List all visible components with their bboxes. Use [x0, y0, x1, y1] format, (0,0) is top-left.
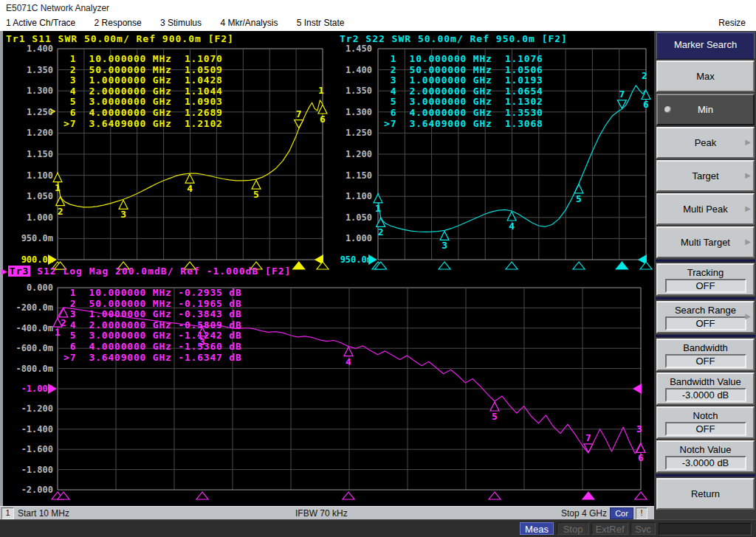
softkey-tracking[interactable]: TrackingOFF	[656, 263, 755, 296]
softkey-bandwidth-value[interactable]: Bandwidth Value-3.0000 dB	[656, 373, 755, 405]
softkey-label: Multi Target	[681, 237, 730, 248]
marker-triangle-icon	[507, 212, 516, 221]
tr1-ytick-5: 1.150	[27, 149, 53, 159]
tr1-stimulus-marker-7[interactable]	[293, 262, 305, 269]
tr3-ref-arrow-right-icon	[633, 384, 642, 394]
tr2-marker-2[interactable]: 2	[377, 218, 385, 238]
softkey-label: Notch	[693, 410, 718, 421]
softkey-peak[interactable]: Peak▶	[656, 127, 755, 159]
tr2-stimulus-marker-6[interactable]	[640, 262, 652, 269]
tr1-edge-glyph: >	[50, 106, 55, 117]
tr3-stimulus-marker-4[interactable]	[343, 492, 354, 499]
tr2-marker-7[interactable]: 7	[617, 89, 626, 108]
tr1-marker-row-4: 4 2.0000000 GHz 1.1044	[63, 86, 223, 97]
tr2-marker-row-6: 6 4.0000000 GHz 1.3530	[384, 107, 543, 118]
tr3-stimulus-marker-3[interactable]	[196, 492, 208, 499]
tr3-stimulus-marker-5[interactable]	[489, 492, 501, 499]
tr1-marker-5[interactable]: 5	[252, 180, 261, 200]
tr3-marker-6[interactable]: 6	[636, 443, 645, 463]
softkey-min[interactable]: Min	[656, 94, 755, 125]
marker-number: 4	[346, 356, 351, 367]
tr2-marker-5[interactable]: 5	[574, 184, 583, 204]
marker-number: 3	[441, 240, 447, 251]
marker-number: 4	[187, 183, 193, 194]
tr1-plot[interactable]: 1.4001.3501.3001.2501.2001.1501.1001.050…	[21, 44, 329, 269]
softkey-menu-title: Marker Search	[656, 32, 755, 59]
tr1-marker-6[interactable]: 6	[318, 105, 327, 125]
softkey-value: OFF	[665, 354, 746, 368]
menu-stimulus[interactable]: 3 Stimulus	[152, 16, 210, 28]
tr1-ytick-1: 1.350	[27, 65, 53, 75]
tr2-plot[interactable]: 1.4501.4001.3501.3001.2501.2001.1501.100…	[340, 44, 652, 269]
tr1-marker-3[interactable]: 3	[119, 200, 128, 220]
tr1-marker-row-3: 3 1.0000000 GHz 1.0428	[63, 75, 223, 86]
tr2-ytick-1: 1.400	[346, 65, 372, 75]
marker-number: 5	[492, 411, 498, 422]
menu-response[interactable]: 2 Response	[86, 16, 150, 28]
tr1-marker-row-5: 5 3.0000000 GHz 1.0903	[63, 96, 223, 107]
marker-triangle-icon	[318, 105, 327, 114]
tr1-marker-7[interactable]: 7	[295, 108, 303, 128]
tr3-active-chip: Tr3	[8, 266, 30, 277]
softkey-label: Tracking	[687, 267, 724, 278]
softkey-value: OFF	[665, 279, 746, 293]
softkey-bandwidth[interactable]: BandwidthOFF	[656, 339, 755, 371]
tr2-marker-row-2: 2 50.000000 MHz 1.0506	[384, 64, 543, 75]
tr3-stimulus-marker-6[interactable]	[635, 492, 647, 499]
active-marker-triangle-icon	[617, 100, 626, 108]
submenu-arrow-icon: ▶	[745, 204, 751, 212]
tr1-ytick-9: 950.0m	[21, 233, 53, 243]
softkey-value: -3.0000 dB	[665, 388, 746, 402]
softkey-group-separator	[656, 335, 755, 337]
menu-mkr-analysis[interactable]: 4 Mkr/Analysis	[212, 16, 286, 28]
softkey-label: Bandwidth Value	[670, 376, 741, 387]
tr1-edge-label: 1	[318, 85, 324, 96]
tr1-marker-row-1: 1 10.000000 MHz 1.1070	[63, 53, 223, 64]
tr1-marker-4[interactable]: 4	[185, 174, 194, 194]
tr2-ytick-2: 1.350	[346, 86, 372, 96]
resize-button[interactable]: Resize	[718, 18, 746, 28]
tr3-marker-row-2: 2 50.000000 MHz -0.1965 dB	[63, 298, 242, 309]
tr3-marker-4[interactable]: 4	[344, 347, 353, 367]
softkey-multi-target[interactable]: Multi Target▶	[656, 226, 755, 258]
tr1-marker-row-2: 2 50.000000 MHz 1.0509	[63, 64, 223, 75]
tr3-ytick-3: -600.0m	[16, 343, 53, 353]
marker-number: 7	[296, 108, 302, 119]
softkey-notch[interactable]: NotchOFF	[656, 406, 755, 439]
tr1-marker-2[interactable]: 2	[56, 197, 65, 217]
tr2-marker-3[interactable]: 3	[440, 231, 449, 251]
tr2-marker-1[interactable]: 1	[374, 194, 382, 214]
tr3-ytick-7: -1.400	[21, 424, 53, 434]
tr3-plot[interactable]: 0.000-200.0m-400.0m-600.0m-800.0m-1.000-…	[16, 283, 647, 499]
softkey-notch-value[interactable]: Notch Value-3.0000 dB	[656, 440, 755, 473]
softkey-max[interactable]: Max	[656, 60, 755, 92]
tr2-ytick-3: 1.300	[346, 107, 372, 117]
softkey-multi-peak[interactable]: Multi Peak▶	[656, 193, 755, 225]
tr2-stimulus-marker-3[interactable]	[439, 262, 450, 269]
tr3-ytick-1: -200.0m	[16, 302, 53, 313]
tr2-stimulus-marker-7[interactable]	[616, 262, 628, 269]
tr3-stimulus-marker-7[interactable]	[583, 492, 594, 499]
tr2-marker-4[interactable]: 4	[507, 212, 516, 232]
tr1-stimulus-marker-6[interactable]	[317, 262, 329, 269]
tr1-marker-1[interactable]: 1	[53, 173, 62, 193]
tr3-ytick-6: -1.200	[21, 403, 53, 414]
status-empty-slot	[659, 523, 752, 536]
tr2-stimulus-marker-4[interactable]	[506, 262, 518, 269]
tr2-ref-arrow-left-icon	[368, 254, 377, 265]
softkey-return[interactable]: Return	[656, 478, 755, 510]
tr3-marker-5[interactable]: 5	[490, 402, 499, 422]
marker-number: 5	[253, 189, 259, 200]
tr2-stimulus-marker-5[interactable]	[573, 262, 585, 269]
softkey-target[interactable]: Target▶	[656, 160, 755, 192]
marker-triangle-icon	[374, 194, 382, 203]
menu-instr-state[interactable]: 5 Instr State	[289, 16, 353, 28]
softkey-group-separator	[656, 260, 755, 262]
marker-triangle-icon	[252, 180, 261, 189]
menubar: 1 Active Ch/Trace 2 Response 3 Stimulus …	[0, 16, 756, 31]
tr3-marker-row-5: 5 3.0000000 GHz -1.1242 dB	[63, 330, 242, 341]
tr3-marker-row-6: 6 4.0000000 GHz -1.5360 dB	[63, 341, 242, 352]
softkey-label: Target	[692, 170, 718, 181]
menu-active-ch-trace[interactable]: 1 Active Ch/Trace	[0, 16, 83, 28]
softkey-search-range[interactable]: Search RangeOFF▶	[656, 301, 755, 333]
